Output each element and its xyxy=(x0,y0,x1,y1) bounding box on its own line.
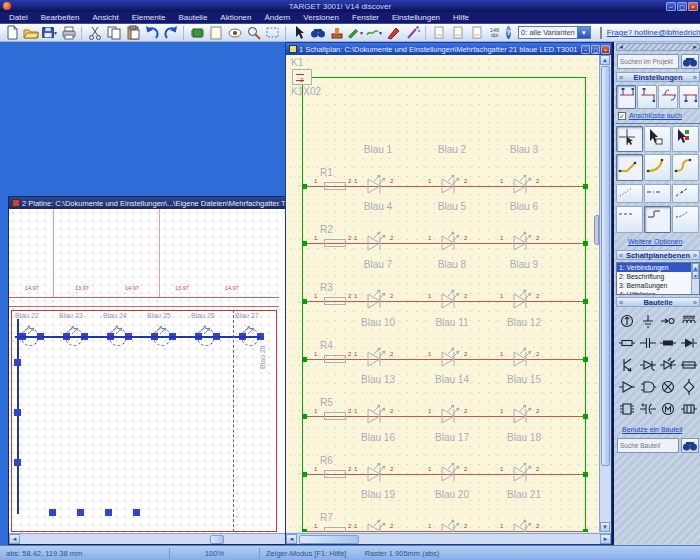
search-binoculars-icon[interactable] xyxy=(681,438,699,453)
conn-style-2[interactable] xyxy=(637,85,657,109)
section-header-components[interactable]: Bauteile xyxy=(616,297,700,307)
menu-item-2[interactable]: Ansicht xyxy=(86,13,124,22)
transistor-icon[interactable] xyxy=(617,354,638,376)
zener-diode-icon[interactable] xyxy=(638,354,659,376)
checkbox-connections[interactable] xyxy=(618,112,626,120)
new-document-icon[interactable] xyxy=(2,25,21,41)
search-input[interactable] xyxy=(617,54,679,69)
selection-marquee-icon[interactable] xyxy=(263,25,282,41)
crosshair-pointer[interactable] xyxy=(616,126,643,152)
stamp-tool-icon[interactable] xyxy=(327,25,346,41)
inductor-icon[interactable] xyxy=(679,310,700,332)
line-dash[interactable] xyxy=(616,206,643,233)
sheet-2-icon[interactable] xyxy=(448,25,467,41)
menu-item-9[interactable]: Einstellungen xyxy=(386,13,446,22)
scroll-up-icon[interactable]: ▲ xyxy=(600,55,610,65)
line-curve[interactable] xyxy=(672,206,699,233)
resistor-filled-icon[interactable] xyxy=(658,332,679,354)
zoom-magnifier-icon[interactable] xyxy=(244,25,263,41)
bend-arc[interactable] xyxy=(644,154,671,181)
capacitor-icon[interactable] xyxy=(638,332,659,354)
layer-item-0[interactable]: 1: Verbindungen xyxy=(617,263,699,272)
help-button[interactable]: ? xyxy=(506,26,511,39)
scroll-thumb[interactable] xyxy=(210,535,224,544)
line-dash-dot[interactable] xyxy=(644,184,671,203)
schematic-window-titlebar[interactable]: 1 Schaltplan: C:\Dokumente und Einstellu… xyxy=(286,43,611,55)
layer-item-1[interactable]: 2: Beschriftung xyxy=(617,272,699,281)
save-icon[interactable]: ▼ xyxy=(40,25,59,41)
schematic-canvas[interactable]: K1 2 K1X02 R112Blau 112Blau 212Blau 312R… xyxy=(286,55,599,532)
magic-wand-icon[interactable] xyxy=(403,25,422,41)
redo-icon[interactable] xyxy=(161,25,180,41)
led-icon[interactable] xyxy=(658,354,679,376)
menu-item-8[interactable]: Fenster xyxy=(346,13,385,22)
menu-item-3[interactable]: Elemente xyxy=(126,13,172,22)
new-sheet-icon[interactable] xyxy=(206,25,225,41)
buffer-gate-icon[interactable] xyxy=(617,376,638,398)
relay-icon[interactable] xyxy=(679,398,700,420)
variant-combobox[interactable]: 0: alle Varianten ▼ xyxy=(518,26,591,39)
schematic-vscrollbar[interactable]: ▲ ▼ xyxy=(599,55,611,532)
board-canvas[interactable]: 14.9713.9714.9713.9714.97Blau 22Blau 23B… xyxy=(9,209,297,534)
board-hscrollbar[interactable]: ◄ xyxy=(9,533,297,544)
conn-style-4[interactable] xyxy=(679,85,699,109)
print-icon[interactable] xyxy=(59,25,78,41)
bend-s-curve[interactable] xyxy=(672,154,699,181)
menu-item-5[interactable]: Aktionen xyxy=(214,13,257,22)
line-diag-dot[interactable] xyxy=(672,184,699,203)
conn-style-3[interactable] xyxy=(658,85,678,109)
sidebar-drag-grip[interactable] xyxy=(616,43,700,51)
scroll-thumb[interactable] xyxy=(299,535,359,544)
sheet-3-icon[interactable] xyxy=(467,25,486,41)
titlebar[interactable]: TARGET 3001! V14 discover – ▢ × xyxy=(0,0,700,12)
more-options-link[interactable]: Weitere Optionen xyxy=(628,238,682,245)
pin-connector-icon[interactable] xyxy=(658,310,679,332)
scroll-right-icon[interactable]: ► xyxy=(600,534,611,544)
section-header-settings[interactable]: Einstellungen xyxy=(616,72,700,82)
scroll-down-icon[interactable]: ▼ xyxy=(692,271,699,279)
board-window[interactable]: 2 Platine: C:\Dokumente und Einstellunge… xyxy=(8,196,298,545)
minimize-icon[interactable]: – xyxy=(666,2,676,11)
german-flag-icon[interactable] xyxy=(600,27,602,39)
child-restore-icon[interactable]: ▢ xyxy=(591,45,600,54)
paste-icon[interactable] xyxy=(123,25,142,41)
connections-link[interactable]: Anschlüsse auch xyxy=(629,112,682,119)
pointer-with-box[interactable] xyxy=(644,126,671,152)
ic-chip-icon[interactable] xyxy=(617,398,638,420)
child-close-icon[interactable]: × xyxy=(601,45,610,54)
close-icon[interactable]: × xyxy=(688,2,698,11)
schematic-window[interactable]: 1 Schaltplan: C:\Dokumente und Einstellu… xyxy=(285,42,612,545)
menu-item-6[interactable]: Ändern xyxy=(258,13,296,22)
and-gate-icon[interactable] xyxy=(638,376,659,398)
capacitor-polarized-icon[interactable] xyxy=(638,398,659,420)
use-component-link[interactable]: Benutze ein Bauteil xyxy=(622,426,682,433)
scroll-up-icon[interactable]: ▲ xyxy=(692,263,699,271)
diode-icon[interactable] xyxy=(679,332,700,354)
layer-list-scrollbar[interactable]: ▲ ▼ xyxy=(691,263,699,294)
maximize-icon[interactable]: ▢ xyxy=(677,2,687,11)
copy-icon[interactable] xyxy=(104,25,123,41)
import-component-icon[interactable] xyxy=(187,25,206,41)
undo-icon[interactable] xyxy=(142,25,161,41)
menu-item-4[interactable]: Bauteile xyxy=(172,13,213,22)
scroll-left-icon[interactable]: ◄ xyxy=(286,534,297,544)
cut-icon[interactable] xyxy=(85,25,104,41)
search-binoculars-icon[interactable] xyxy=(308,25,327,41)
component-search-input[interactable] xyxy=(617,438,679,453)
child-minimize-icon[interactable]: – xyxy=(581,45,590,54)
layer-item-2[interactable]: 3: Bemaßungen xyxy=(617,281,699,290)
sheet-1-icon[interactable] xyxy=(429,25,448,41)
scroll-down-icon[interactable]: ▼ xyxy=(600,522,610,532)
conn-style-1[interactable] xyxy=(616,85,636,109)
board-window-titlebar[interactable]: 2 Platine: C:\Dokumente und Einstellunge… xyxy=(9,197,297,209)
chevron-down-icon[interactable]: ▼ xyxy=(577,27,590,38)
layer-item-3[interactable]: 4: Hilfslinien xyxy=(617,290,699,295)
line-step[interactable] xyxy=(644,206,671,233)
fuse-icon[interactable] xyxy=(679,354,700,376)
resistor-icon[interactable] xyxy=(617,332,638,354)
support-email-link[interactable]: Frage? hotline@ibfriedrich.com xyxy=(607,28,700,37)
menu-item-1[interactable]: Bearbeiten xyxy=(35,13,86,22)
wire-tools-icon[interactable]: ▼ xyxy=(365,25,384,41)
draw-tools-icon[interactable]: ▼ xyxy=(346,25,365,41)
menu-item-10[interactable]: Hilfe xyxy=(447,13,475,22)
